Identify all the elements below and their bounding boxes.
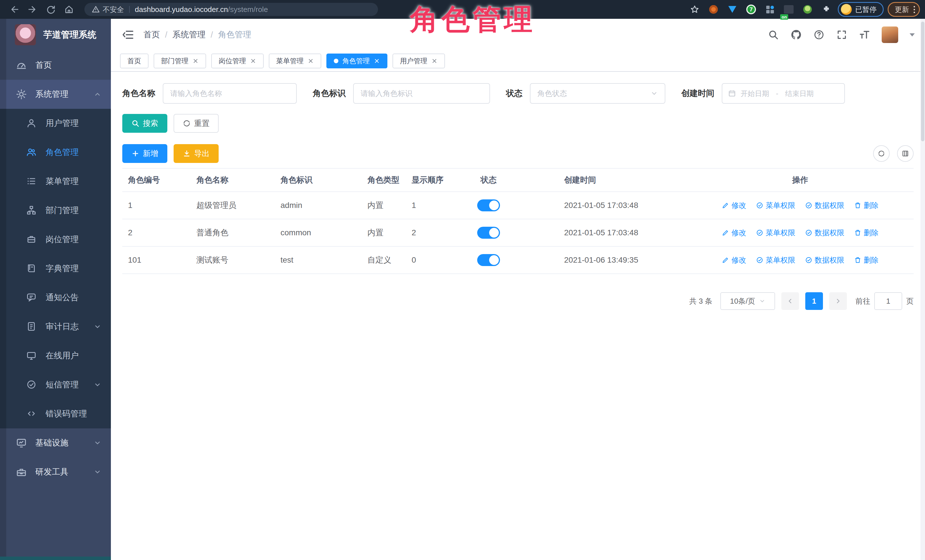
scrollbar-thumb[interactable] (921, 22, 924, 141)
edit-action[interactable]: 修改 (722, 201, 746, 210)
sidebar-item-online-users[interactable]: 在线用户 (0, 341, 111, 370)
data-permission-action[interactable]: 数据权限 (805, 228, 844, 238)
status-toggle[interactable] (477, 227, 500, 239)
url-text[interactable]: dashboard.yudao.iocoder.cn/system/role (135, 5, 268, 14)
role-created: 2021-01-05 17:03:48 (559, 201, 687, 210)
address-bar[interactable]: 不安全 dashboard.yudao.iocoder.cn/system/ro… (84, 3, 378, 16)
user-avatar[interactable] (882, 27, 898, 43)
status-select[interactable]: 角色状态 (530, 83, 665, 104)
update-button[interactable]: 更新 (888, 2, 920, 17)
edit-action[interactable]: 修改 (722, 255, 746, 265)
sidebar-item-menus[interactable]: 菜单管理 (0, 167, 111, 196)
book-icon (26, 263, 37, 274)
edit-action[interactable]: 修改 (722, 228, 746, 238)
export-button[interactable]: 导出 (173, 144, 218, 163)
sidebar-item-posts[interactable]: 岗位管理 (0, 225, 111, 254)
extension-dark-icon[interactable]: on (781, 2, 796, 17)
avatar-caret-icon[interactable] (910, 33, 915, 36)
delete-action[interactable]: 删除 (854, 255, 878, 265)
close-icon[interactable] (374, 58, 380, 64)
sidebar-item-infrastructure[interactable]: 基础设施 (0, 428, 111, 458)
sidebar-item-error-codes[interactable]: 错误码管理 (0, 399, 111, 428)
extensions-puzzle-icon[interactable] (819, 2, 834, 17)
reload-icon[interactable] (42, 2, 60, 17)
close-icon[interactable] (307, 58, 314, 64)
extension-orange-icon[interactable] (706, 2, 721, 17)
chevron-left-icon (787, 298, 793, 304)
menu-permission-action[interactable]: 菜单权限 (756, 255, 795, 265)
app-logo[interactable]: 芋道管理系统 (0, 19, 111, 51)
sidebar-item-dictionary[interactable]: 字典管理 (0, 254, 111, 283)
data-permission-action[interactable]: 数据权限 (805, 255, 844, 265)
help-icon[interactable] (813, 29, 825, 41)
chevron-down-icon (94, 323, 101, 330)
sidebar-item-system[interactable]: 系统管理 (0, 80, 111, 109)
tag-roles-active[interactable]: 角色管理 (326, 54, 387, 68)
tag-home[interactable]: 首页 (120, 54, 149, 68)
next-page-button[interactable] (829, 292, 847, 310)
extension-grid-icon[interactable] (762, 2, 777, 17)
page-size-select[interactable]: 10条/页 (720, 292, 775, 310)
extension-green-badge-icon[interactable]: 7 (744, 2, 759, 17)
security-label[interactable]: 不安全 (102, 5, 124, 14)
menu-permission-action[interactable]: 菜单权限 (756, 201, 795, 210)
browser-menu-icon[interactable] (914, 6, 915, 13)
refresh-table-button[interactable] (873, 145, 890, 162)
chevron-right-icon (835, 298, 841, 304)
breadcrumb-system[interactable]: 系统管理 (172, 29, 205, 41)
menu-permission-action[interactable]: 菜单权限 (756, 228, 795, 238)
sidebar-item-sms[interactable]: 短信管理 (0, 370, 111, 399)
prev-page-button[interactable] (781, 292, 799, 310)
font-size-icon[interactable] (859, 29, 870, 41)
extension-monkey-icon[interactable] (800, 2, 815, 17)
sidebar-item-home[interactable]: 首页 (0, 51, 111, 80)
check-circle-icon (756, 256, 763, 264)
tag-menus[interactable]: 菜单管理 (269, 54, 321, 68)
fullscreen-icon[interactable] (836, 29, 847, 41)
home-icon[interactable] (60, 2, 78, 17)
close-icon[interactable] (431, 58, 438, 64)
github-icon[interactable] (791, 29, 802, 41)
add-button[interactable]: 新增 (122, 144, 167, 163)
refresh-icon (878, 150, 885, 157)
sidebar-item-notices[interactable]: 通知公告 (0, 283, 111, 312)
close-icon[interactable] (250, 58, 256, 64)
close-icon[interactable] (193, 58, 199, 64)
sidebar-fold-icon[interactable] (121, 28, 136, 42)
tag-posts[interactable]: 岗位管理 (211, 54, 264, 68)
role-name-input[interactable] (163, 83, 297, 104)
page-jumper-input[interactable] (874, 292, 902, 310)
back-icon[interactable] (5, 2, 23, 17)
tag-users[interactable]: 用户管理 (393, 54, 445, 68)
delete-action[interactable]: 删除 (854, 201, 878, 210)
reset-button[interactable]: 重置 (173, 114, 218, 133)
search-button[interactable]: 搜索 (122, 114, 167, 133)
date-range-picker[interactable]: 开始日期 - 结束日期 (722, 83, 845, 104)
role-code-input[interactable] (353, 83, 490, 104)
sidebar-item-departments[interactable]: 部门管理 (0, 196, 111, 225)
role-name: 测试账号 (191, 255, 275, 266)
breadcrumb-home[interactable]: 首页 (143, 29, 160, 41)
page-number-active[interactable]: 1 (805, 292, 823, 310)
extension-gem-icon[interactable] (725, 2, 740, 17)
status-toggle[interactable] (477, 200, 500, 211)
search-icon[interactable] (768, 29, 779, 41)
sidebar-item-users[interactable]: 用户管理 (0, 109, 111, 138)
forward-icon[interactable] (23, 2, 42, 17)
role-code-label: 角色标识 (313, 88, 346, 99)
status-toggle[interactable] (477, 254, 500, 266)
profile-paused-chip[interactable]: 已暂停 (838, 2, 884, 17)
bookmark-star-icon[interactable] (687, 2, 702, 17)
start-date-placeholder: 开始日期 (741, 89, 769, 98)
sidebar-item-dev-tools[interactable]: 研发工具 (0, 458, 111, 486)
column-settings-button[interactable] (897, 145, 914, 162)
chevron-down-icon (94, 468, 101, 476)
delete-action[interactable]: 删除 (854, 228, 878, 238)
sidebar-item-roles[interactable]: 角色管理 (0, 138, 111, 167)
infrastructure-icon (16, 437, 27, 448)
tag-departments[interactable]: 部门管理 (154, 54, 206, 68)
data-permission-action[interactable]: 数据权限 (805, 201, 844, 210)
page-scrollbar[interactable] (920, 19, 925, 560)
role-sort: 0 (406, 255, 464, 264)
sidebar-item-audit-log[interactable]: 审计日志 (0, 312, 111, 341)
